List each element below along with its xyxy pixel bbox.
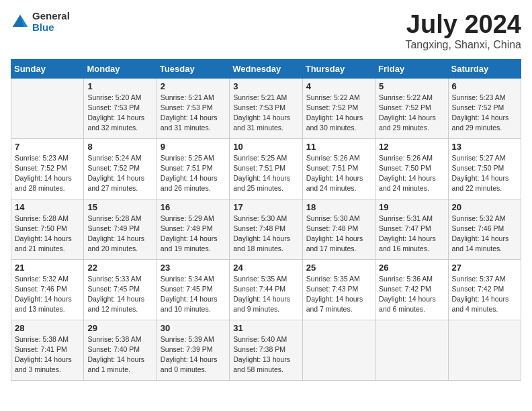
title-block: July 2024 Tangxing, Shanxi, China [405, 11, 521, 51]
day-number: 20 [452, 202, 517, 212]
day-number: 18 [306, 202, 371, 212]
calendar-cell: 6Sunrise: 5:23 AM Sunset: 7:52 PM Daylig… [448, 78, 521, 138]
calendar-cell: 19Sunrise: 5:31 AM Sunset: 7:47 PM Dayli… [375, 199, 448, 259]
calendar-cell: 4Sunrise: 5:22 AM Sunset: 7:52 PM Daylig… [302, 78, 375, 138]
calendar-cell: 15Sunrise: 5:28 AM Sunset: 7:49 PM Dayli… [84, 199, 157, 259]
calendar-cell: 13Sunrise: 5:27 AM Sunset: 7:50 PM Dayli… [448, 138, 521, 199]
logo-blue: Blue [32, 22, 70, 34]
calendar-cell: 31Sunrise: 5:40 AM Sunset: 7:38 PM Dayli… [230, 320, 302, 380]
calendar-cell: 10Sunrise: 5:25 AM Sunset: 7:51 PM Dayli… [230, 138, 302, 199]
week-row-5: 28Sunrise: 5:38 AM Sunset: 7:41 PM Dayli… [11, 320, 521, 380]
day-number: 28 [15, 323, 80, 333]
header-day-tuesday: Tuesday [157, 59, 229, 78]
day-info: Sunrise: 5:20 AM Sunset: 7:53 PM Dayligh… [87, 93, 152, 134]
day-info: Sunrise: 5:27 AM Sunset: 7:50 PM Dayligh… [452, 153, 517, 194]
title-location: Tangxing, Shanxi, China [405, 39, 521, 51]
calendar-cell: 27Sunrise: 5:37 AM Sunset: 7:42 PM Dayli… [448, 259, 521, 320]
day-info: Sunrise: 5:31 AM Sunset: 7:47 PM Dayligh… [379, 214, 444, 255]
calendar-cell: 22Sunrise: 5:33 AM Sunset: 7:45 PM Dayli… [84, 259, 157, 320]
week-row-4: 21Sunrise: 5:32 AM Sunset: 7:46 PM Dayli… [11, 259, 521, 320]
calendar-cell: 9Sunrise: 5:25 AM Sunset: 7:51 PM Daylig… [157, 138, 229, 199]
day-number: 19 [379, 202, 444, 212]
day-number: 12 [379, 142, 444, 152]
day-number: 16 [161, 202, 226, 212]
day-number: 27 [452, 263, 517, 273]
day-number: 7 [15, 142, 80, 152]
calendar-cell: 21Sunrise: 5:32 AM Sunset: 7:46 PM Dayli… [11, 259, 84, 320]
header-day-monday: Monday [84, 59, 157, 78]
day-info: Sunrise: 5:24 AM Sunset: 7:52 PM Dayligh… [87, 153, 152, 194]
day-info: Sunrise: 5:34 AM Sunset: 7:45 PM Dayligh… [161, 274, 226, 315]
day-number: 22 [87, 263, 152, 273]
day-info: Sunrise: 5:36 AM Sunset: 7:42 PM Dayligh… [379, 274, 444, 315]
calendar-cell: 2Sunrise: 5:21 AM Sunset: 7:53 PM Daylig… [157, 78, 229, 138]
calendar-cell: 29Sunrise: 5:38 AM Sunset: 7:40 PM Dayli… [84, 320, 157, 380]
day-number: 14 [15, 202, 80, 212]
title-month: July 2024 [405, 11, 521, 39]
calendar-cell: 18Sunrise: 5:30 AM Sunset: 7:48 PM Dayli… [302, 199, 375, 259]
day-info: Sunrise: 5:26 AM Sunset: 7:51 PM Dayligh… [306, 153, 371, 194]
day-number: 10 [233, 142, 298, 152]
logo-general: General [32, 11, 70, 22]
day-info: Sunrise: 5:40 AM Sunset: 7:38 PM Dayligh… [233, 334, 298, 375]
calendar-cell: 12Sunrise: 5:26 AM Sunset: 7:50 PM Dayli… [375, 138, 448, 199]
day-info: Sunrise: 5:37 AM Sunset: 7:42 PM Dayligh… [452, 274, 517, 315]
calendar-cell [448, 320, 521, 380]
day-number: 8 [87, 142, 152, 152]
calendar-cell: 17Sunrise: 5:30 AM Sunset: 7:48 PM Dayli… [230, 199, 302, 259]
header-day-saturday: Saturday [448, 59, 521, 78]
calendar-cell: 23Sunrise: 5:34 AM Sunset: 7:45 PM Dayli… [157, 259, 229, 320]
day-info: Sunrise: 5:35 AM Sunset: 7:44 PM Dayligh… [233, 274, 298, 315]
calendar-cell [375, 320, 448, 380]
day-number: 1 [87, 81, 152, 91]
calendar-cell: 14Sunrise: 5:28 AM Sunset: 7:50 PM Dayli… [11, 199, 84, 259]
calendar-cell: 28Sunrise: 5:38 AM Sunset: 7:41 PM Dayli… [11, 320, 84, 380]
day-number: 23 [161, 263, 226, 273]
day-number: 21 [15, 263, 80, 273]
week-row-1: 1Sunrise: 5:20 AM Sunset: 7:53 PM Daylig… [11, 78, 521, 138]
day-info: Sunrise: 5:25 AM Sunset: 7:51 PM Dayligh… [161, 153, 226, 194]
header-day-wednesday: Wednesday [230, 59, 302, 78]
day-number: 25 [306, 263, 371, 273]
day-number: 3 [233, 81, 298, 91]
week-row-3: 14Sunrise: 5:28 AM Sunset: 7:50 PM Dayli… [11, 199, 521, 259]
header-day-friday: Friday [375, 59, 448, 78]
day-info: Sunrise: 5:25 AM Sunset: 7:51 PM Dayligh… [233, 153, 298, 194]
day-info: Sunrise: 5:30 AM Sunset: 7:48 PM Dayligh… [306, 214, 371, 255]
day-number: 2 [161, 81, 226, 91]
day-info: Sunrise: 5:38 AM Sunset: 7:40 PM Dayligh… [87, 334, 152, 375]
day-number: 13 [452, 142, 517, 152]
calendar-cell: 30Sunrise: 5:39 AM Sunset: 7:39 PM Dayli… [157, 320, 229, 380]
header-day-thursday: Thursday [302, 59, 375, 78]
day-info: Sunrise: 5:38 AM Sunset: 7:41 PM Dayligh… [15, 334, 80, 375]
day-info: Sunrise: 5:22 AM Sunset: 7:52 PM Dayligh… [306, 93, 371, 134]
calendar-cell: 1Sunrise: 5:20 AM Sunset: 7:53 PM Daylig… [84, 78, 157, 138]
calendar-cell: 5Sunrise: 5:22 AM Sunset: 7:52 PM Daylig… [375, 78, 448, 138]
day-info: Sunrise: 5:28 AM Sunset: 7:49 PM Dayligh… [87, 214, 152, 255]
day-number: 17 [233, 202, 298, 212]
day-info: Sunrise: 5:23 AM Sunset: 7:52 PM Dayligh… [15, 153, 80, 194]
day-info: Sunrise: 5:30 AM Sunset: 7:48 PM Dayligh… [233, 214, 298, 255]
header-row: SundayMondayTuesdayWednesdayThursdayFrid… [11, 59, 521, 78]
calendar-cell: 16Sunrise: 5:29 AM Sunset: 7:49 PM Dayli… [157, 199, 229, 259]
logo-icon [11, 13, 30, 32]
day-number: 31 [233, 323, 298, 333]
calendar-cell: 26Sunrise: 5:36 AM Sunset: 7:42 PM Dayli… [375, 259, 448, 320]
calendar-cell: 20Sunrise: 5:32 AM Sunset: 7:46 PM Dayli… [448, 199, 521, 259]
day-info: Sunrise: 5:35 AM Sunset: 7:43 PM Dayligh… [306, 274, 371, 315]
calendar-body: 1Sunrise: 5:20 AM Sunset: 7:53 PM Daylig… [11, 78, 521, 380]
calendar-cell: 7Sunrise: 5:23 AM Sunset: 7:52 PM Daylig… [11, 138, 84, 199]
day-number: 26 [379, 263, 444, 273]
header-day-sunday: Sunday [11, 59, 84, 78]
day-number: 30 [161, 323, 226, 333]
week-row-2: 7Sunrise: 5:23 AM Sunset: 7:52 PM Daylig… [11, 138, 521, 199]
calendar-cell: 11Sunrise: 5:26 AM Sunset: 7:51 PM Dayli… [302, 138, 375, 199]
day-info: Sunrise: 5:32 AM Sunset: 7:46 PM Dayligh… [452, 214, 517, 255]
day-info: Sunrise: 5:22 AM Sunset: 7:52 PM Dayligh… [379, 93, 444, 134]
day-number: 15 [87, 202, 152, 212]
day-number: 29 [87, 323, 152, 333]
day-number: 24 [233, 263, 298, 273]
calendar-cell [302, 320, 375, 380]
calendar-cell: 24Sunrise: 5:35 AM Sunset: 7:44 PM Dayli… [230, 259, 302, 320]
page-header: General Blue July 2024 Tangxing, Shanxi,… [11, 11, 521, 51]
